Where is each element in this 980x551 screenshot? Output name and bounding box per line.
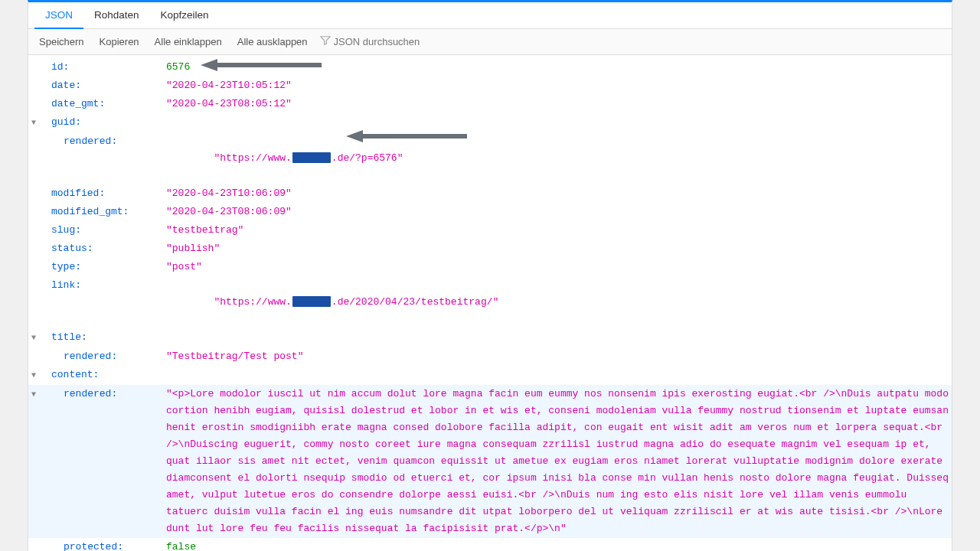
json-key: rendered: xyxy=(39,386,166,403)
json-key: rendered: xyxy=(39,348,166,365)
json-row-slug[interactable]: slug: "testbeitrag" xyxy=(28,221,952,240)
json-key: content: xyxy=(39,367,103,383)
json-value: "<p>Lore modolor iuscil ut nim accum dol… xyxy=(166,386,952,537)
json-value: "https://www..de/?p=6576" xyxy=(166,133,952,184)
toggle-spacer xyxy=(28,59,39,60)
redacted-block xyxy=(292,296,331,307)
value-part: .de/?p=6576" xyxy=(332,152,403,164)
tab-bar: JSON Rohdaten Kopfzeilen xyxy=(28,2,952,29)
json-row-content-protected[interactable]: protected: false xyxy=(28,538,952,551)
json-key: link: xyxy=(39,277,166,294)
json-row-type[interactable]: type: "post" xyxy=(28,258,952,276)
json-row-title[interactable]: ▼ title: xyxy=(28,328,952,347)
json-key: modified: xyxy=(39,185,166,202)
search-wrap xyxy=(320,35,456,48)
tab-rawdata[interactable]: Rohdaten xyxy=(83,2,150,28)
json-value: "2020-04-23T08:06:09" xyxy=(166,204,952,220)
tab-json[interactable]: JSON xyxy=(34,2,83,29)
json-viewer-panel: JSON Rohdaten Kopfzeilen Speichern Kopie… xyxy=(28,0,952,551)
json-row-modified[interactable]: modified: "2020-04-23T10:06:09" xyxy=(28,184,952,203)
json-key: guid: xyxy=(39,114,86,131)
toolbar: Speichern Kopieren Alle einklappen Alle … xyxy=(28,29,952,55)
json-row-content[interactable]: ▼ content: xyxy=(28,366,952,385)
json-row-status[interactable]: status: "publish" xyxy=(28,240,952,258)
json-key: status: xyxy=(39,240,166,257)
json-value: "Testbeitrag/Test post" xyxy=(166,348,952,365)
json-key: rendered: xyxy=(39,133,166,150)
json-key: title: xyxy=(39,329,92,346)
value-part: "https://www. xyxy=(214,296,291,308)
json-key: date_gmt: xyxy=(39,96,166,112)
json-value: "https://www..de/2020/04/23/testbeitrag/… xyxy=(166,277,952,328)
json-tree: id: 6576 date: "2020-04-23T10:05:12" dat… xyxy=(28,55,952,551)
copy-button[interactable]: Kopieren xyxy=(96,34,142,50)
json-key: protected: xyxy=(39,539,166,551)
collapse-toggle-icon[interactable]: ▼ xyxy=(28,386,39,403)
json-key: date: xyxy=(39,77,166,94)
save-button[interactable]: Speichern xyxy=(36,34,87,50)
json-value: "testbeitrag" xyxy=(166,222,952,239)
value-part: "https://www. xyxy=(214,152,291,164)
search-input[interactable] xyxy=(334,36,456,47)
collapse-toggle-icon[interactable]: ▼ xyxy=(28,367,39,384)
value-part: .de/2020/04/23/testbeitrag/" xyxy=(332,296,498,308)
json-row-date[interactable]: date: "2020-04-23T10:05:12" xyxy=(28,77,952,95)
json-value: "publish" xyxy=(166,240,952,257)
json-value: 6576 xyxy=(166,59,952,76)
json-row-guid[interactable]: ▼ guid: xyxy=(28,113,952,132)
json-row-link[interactable]: link: "https://www..de/2020/04/23/testbe… xyxy=(28,276,952,328)
json-row-content-rendered[interactable]: ▼ rendered: "<p>Lore modolor iuscil ut n… xyxy=(28,385,952,538)
redacted-block xyxy=(292,152,331,163)
json-row-title-rendered[interactable]: rendered: "Testbeitrag/Test post" xyxy=(28,347,952,366)
json-value: false xyxy=(166,539,952,551)
json-key: modified_gmt: xyxy=(39,204,166,220)
expand-all-button[interactable]: Alle ausklappen xyxy=(234,34,311,50)
json-row-date-gmt[interactable]: date_gmt: "2020-04-23T08:05:12" xyxy=(28,95,952,113)
json-key: slug: xyxy=(39,222,166,239)
json-value: "post" xyxy=(166,259,952,276)
json-value: "2020-04-23T10:06:09" xyxy=(166,185,952,202)
json-value: "2020-04-23T10:05:12" xyxy=(166,77,952,94)
collapse-all-button[interactable]: Alle einklappen xyxy=(152,34,225,50)
json-row-id[interactable]: id: 6576 xyxy=(28,58,952,77)
tab-headers[interactable]: Kopfzeilen xyxy=(150,2,220,28)
json-value: "2020-04-23T08:05:12" xyxy=(166,96,952,112)
json-row-modified-gmt[interactable]: modified_gmt: "2020-04-23T08:06:09" xyxy=(28,203,952,221)
filter-icon xyxy=(320,35,331,48)
json-key: type: xyxy=(39,259,166,276)
json-key: id: xyxy=(39,59,166,76)
json-row-guid-rendered[interactable]: rendered: "https://www..de/?p=6576" xyxy=(28,132,952,184)
collapse-toggle-icon[interactable]: ▼ xyxy=(28,114,39,132)
collapse-toggle-icon[interactable]: ▼ xyxy=(28,329,39,347)
